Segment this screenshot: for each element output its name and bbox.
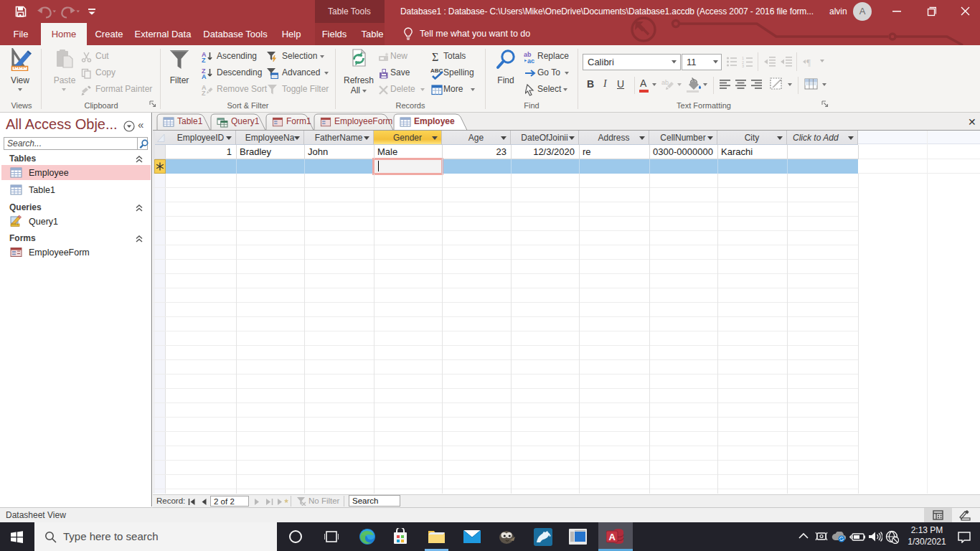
svg-text:ac: ac: [527, 57, 534, 64]
svg-text:Z: Z: [202, 57, 206, 62]
svg-text:A: A: [202, 73, 207, 79]
svg-text:A: A: [609, 532, 616, 542]
svg-text:Σ: Σ: [432, 51, 438, 62]
svg-text:Z: Z: [202, 90, 206, 95]
svg-text:¶: ¶: [806, 57, 811, 67]
svg-text:ab: ab: [661, 79, 669, 86]
svg-text:3: 3: [742, 64, 744, 67]
